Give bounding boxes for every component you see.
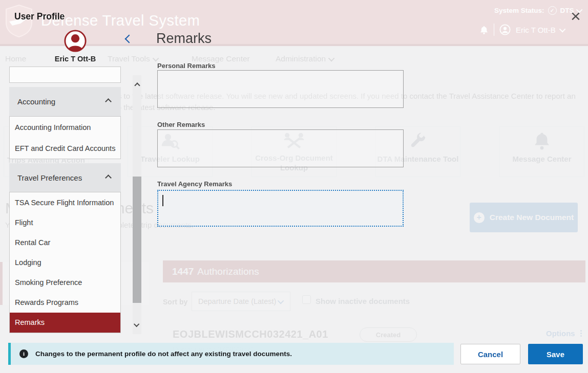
scroll-down-icon[interactable] — [133, 321, 141, 328]
status-badge: Created — [360, 327, 417, 342]
document-name: EOJBLEWISMCCH032421_A01 — [173, 328, 328, 340]
scroll-up-icon[interactable] — [133, 82, 141, 89]
other-remarks-label: Other Remarks — [157, 121, 205, 128]
modal-title: User Profile — [14, 11, 65, 22]
profile-notice: i Changes to the permanent profile do no… — [8, 343, 454, 365]
sidebar-item-flight[interactable]: Flight — [10, 212, 120, 232]
show-inactive-label: Show inactive documents — [316, 297, 410, 305]
sidebar-item-remarks[interactable]: Remarks — [10, 313, 120, 333]
close-icon[interactable]: × — [565, 6, 586, 27]
chevron-left-icon — [125, 35, 134, 43]
sidebar-item-lodging[interactable]: Lodging — [10, 252, 120, 272]
sidebar-section-travel-preferences[interactable]: Travel Preferences — [9, 163, 121, 192]
quicklink-message-center: Message Center — [499, 126, 584, 177]
chevron-down-icon — [152, 55, 159, 61]
sidebar-section-accounting[interactable]: Accounting — [9, 87, 121, 116]
page-title: Remarks — [156, 31, 212, 47]
sort-by-label: Sort by — [163, 298, 187, 306]
profile-user-name: Eric T Ott-B — [45, 55, 106, 63]
chevron-down-icon — [328, 55, 335, 61]
wrench-icon — [409, 132, 427, 150]
sidebar-item-tsa-secure-flight[interactable]: TSA Secure Flight Information — [10, 192, 120, 212]
travel-agency-remarks-label: Travel Agency Remarks — [157, 180, 232, 188]
sidebar-item-rental-car[interactable]: Rental Car — [10, 232, 120, 252]
sidebar-accounting-list: Accounting Information EFT and Credit Ca… — [9, 116, 121, 159]
authorizations-list-header: 1447Authorizations — [163, 260, 585, 282]
sidebar-item-accounting-information[interactable]: Accounting Information — [10, 117, 120, 138]
cancel-button[interactable]: Cancel — [460, 344, 520, 364]
bell-icon — [533, 132, 551, 150]
back-button[interactable] — [123, 34, 134, 45]
personal-remarks-label: Personal Remarks — [157, 62, 215, 70]
header-backdrop — [0, 0, 588, 44]
nav-item-travel-tools: Travel Tools — [108, 54, 159, 63]
sidebar-item-eft-credit-card[interactable]: EFT and Credit Card Accounts — [10, 138, 120, 159]
info-icon: i — [19, 349, 28, 358]
nav-item-administration: Administration — [276, 54, 334, 63]
chevron-up-icon — [105, 98, 112, 105]
dts-user-profile-screen: Defense Travel System System Status: ✓ D… — [0, 0, 588, 373]
plus-icon: + — [474, 212, 485, 223]
sidebar-scrollbar-thumb[interactable] — [133, 177, 141, 303]
save-button[interactable]: Save — [528, 344, 583, 364]
sidebar-item-rewards-programs[interactable]: Rewards Programs — [10, 293, 120, 313]
document-options: Options — [546, 329, 582, 338]
notice-text: Changes to the permanent profile do not … — [35, 350, 292, 358]
travel-agency-remarks-textarea[interactable] — [157, 190, 404, 227]
chevron-down-icon — [278, 297, 284, 304]
create-new-document-button: + Create New Document — [470, 203, 578, 232]
text-cursor — [162, 195, 163, 206]
show-inactive-checkbox — [302, 295, 311, 304]
vertical-dots-icon — [580, 329, 582, 338]
sort-dropdown: Departure Date (Latest) — [192, 292, 290, 311]
sidebar-travel-preferences-list: TSA Secure Flight Information Flight Ren… — [9, 192, 121, 333]
profile-avatar — [64, 29, 87, 53]
sort-dropdown-value: Departure Date (Latest) — [198, 297, 276, 305]
other-remarks-textarea[interactable] — [157, 129, 404, 167]
sidebar-item-smoking-preference[interactable]: Smoking Preference — [10, 273, 120, 293]
nav-item-home: Home — [5, 54, 26, 63]
personal-remarks-textarea[interactable] — [157, 70, 404, 108]
chevron-up-icon — [105, 174, 112, 181]
sidebar-clipped-item — [9, 67, 121, 83]
